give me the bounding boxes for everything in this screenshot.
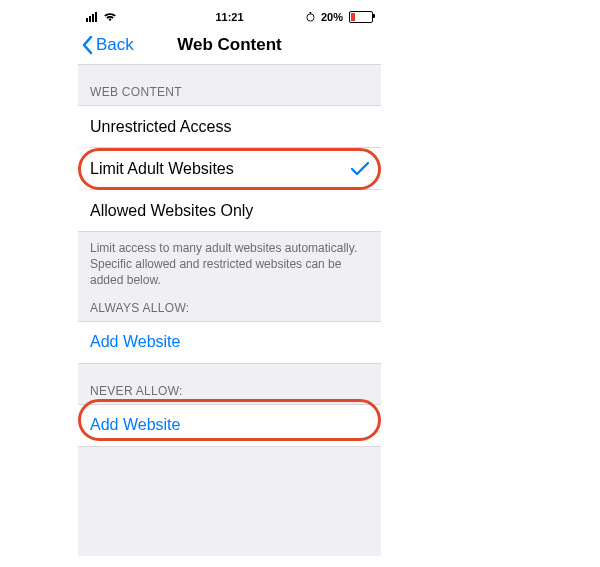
add-website-label: Add Website bbox=[90, 416, 180, 434]
back-button[interactable]: Back bbox=[78, 35, 134, 55]
navigation-bar: Back Web Content bbox=[78, 26, 381, 64]
add-website-always-allow[interactable]: Add Website bbox=[78, 322, 381, 363]
section-header-never-allow: NEVER ALLOW: bbox=[78, 364, 381, 404]
section-footer-web-content: Limit access to many adult websites auto… bbox=[78, 232, 381, 295]
option-unrestricted-access[interactable]: Unrestricted Access bbox=[78, 106, 381, 147]
checkmark-icon bbox=[351, 162, 369, 176]
wifi-icon bbox=[103, 12, 117, 22]
section-header-always-allow: ALWAYS ALLOW: bbox=[78, 295, 381, 321]
battery-percent: 20% bbox=[321, 11, 343, 23]
option-label: Limit Adult Websites bbox=[90, 160, 234, 178]
status-bar: 11:21 20% bbox=[78, 8, 381, 26]
back-label: Back bbox=[96, 35, 134, 55]
battery-icon bbox=[349, 11, 373, 23]
option-allowed-websites-only[interactable]: Allowed Websites Only bbox=[78, 190, 381, 231]
add-website-never-allow[interactable]: Add Website bbox=[78, 405, 381, 446]
option-limit-adult-websites[interactable]: Limit Adult Websites bbox=[78, 148, 381, 189]
option-label: Allowed Websites Only bbox=[90, 202, 253, 220]
section-header-web-content: WEB CONTENT bbox=[78, 65, 381, 105]
orientation-lock-icon bbox=[306, 12, 315, 23]
chevron-left-icon bbox=[82, 35, 94, 55]
svg-point-0 bbox=[307, 13, 314, 20]
option-label: Unrestricted Access bbox=[90, 118, 231, 136]
cellular-signal-icon bbox=[86, 12, 97, 22]
add-website-label: Add Website bbox=[90, 333, 180, 351]
phone-screen: 11:21 20% Back Web Content WEB CONTENT U… bbox=[78, 8, 381, 556]
